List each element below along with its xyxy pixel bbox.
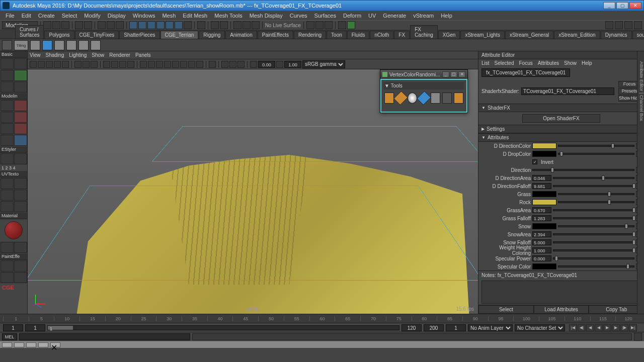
number-field[interactable]: 9.681 — [532, 183, 551, 189]
color-swatch[interactable] — [532, 223, 556, 229]
shelf-tab-active[interactable]: CGE_Terrian — [160, 31, 199, 39]
vp-menu-renderer[interactable]: Renderer — [109, 52, 130, 58]
range-out-field[interactable]: 120 — [401, 324, 422, 331]
shelf-tiling-button[interactable]: Tiling — [14, 40, 28, 50]
shelf-tab[interactable]: PaintEffects — [258, 31, 293, 39]
uv-2-icon[interactable] — [14, 178, 27, 189]
vp-btn-17[interactable] — [172, 61, 179, 68]
shelf-tab[interactable]: Curves / Surfaces — [15, 25, 44, 39]
open-scene-button[interactable] — [52, 21, 60, 29]
snap-view-button[interactable] — [175, 21, 183, 29]
menu-mesh[interactable]: Mesh — [158, 13, 179, 19]
float-tool-3-icon[interactable] — [408, 93, 417, 104]
poly-plane-icon[interactable] — [1, 123, 14, 134]
object-tab[interactable]: fx_TCoverage01_FX_TCoverage01 — [481, 68, 570, 77]
vp-menu-show[interactable]: Show — [92, 52, 104, 58]
float-tool-2-icon[interactable] — [393, 91, 408, 106]
toggle-5-button[interactable] — [347, 21, 355, 29]
poly-sphere-icon[interactable] — [14, 100, 27, 111]
number-field[interactable]: 1.283 — [532, 215, 551, 221]
menu-surfaces[interactable]: Surfaces — [311, 13, 340, 19]
vp-btn-22[interactable] — [221, 61, 228, 68]
attr-slider[interactable] — [558, 201, 634, 203]
shelf-tab[interactable]: Toon — [327, 31, 347, 39]
attr-slider[interactable] — [553, 217, 634, 219]
menu-uv[interactable]: UV — [365, 13, 379, 19]
vp-btn-2[interactable] — [38, 61, 45, 68]
taskbar-item-1[interactable] — [2, 342, 12, 347]
vp-btn-13[interactable] — [140, 61, 147, 68]
viewport-3d[interactable]: persp 15.6 fps VertexColorRandomi... _ ▢… — [28, 69, 478, 314]
float-tool-5-icon[interactable] — [431, 93, 440, 104]
attr-slider[interactable] — [553, 233, 634, 235]
shelf-tab[interactable]: Rigging — [199, 31, 225, 39]
rotate-tool-icon[interactable] — [14, 70, 27, 81]
ae-menu-attributes[interactable]: Attributes — [538, 60, 559, 66]
menu-windows[interactable]: Windows — [129, 13, 159, 19]
ae-menu-help[interactable]: Help — [582, 60, 592, 66]
color-swatch[interactable] — [532, 151, 556, 157]
attr-slider[interactable] — [553, 177, 634, 179]
attr-slider[interactable] — [558, 265, 634, 267]
menu-display[interactable]: Display — [104, 13, 129, 19]
lock-button[interactable] — [197, 21, 205, 29]
shelf-tab[interactable]: CGE_TinyFixes — [75, 31, 119, 39]
shelf-tab[interactable]: Fluids — [347, 31, 370, 39]
show-button[interactable]: Show — [618, 95, 629, 102]
layout-2-button[interactable] — [624, 21, 632, 29]
vp-menu-lighting[interactable]: Lighting — [69, 52, 87, 58]
select-tool-icon[interactable] — [1, 58, 14, 69]
toggle-2-button[interactable] — [315, 21, 324, 29]
range-end-field[interactable]: 200 — [424, 324, 444, 331]
vp-btn-26[interactable] — [276, 61, 283, 68]
time-slider[interactable]: 1510152025303540455055606570758085909510… — [0, 314, 644, 323]
attr-slider[interactable] — [553, 241, 634, 243]
shelf-diamond-1-icon[interactable] — [42, 40, 52, 50]
taskbar-item-3[interactable] — [26, 342, 36, 347]
current-frame-field[interactable]: 1 — [446, 324, 466, 331]
goto-start-button[interactable]: |◀ — [569, 324, 577, 331]
make-live-button[interactable] — [184, 21, 192, 29]
layout-3-button[interactable] — [634, 21, 642, 29]
uv-4-icon[interactable] — [14, 190, 27, 201]
script-mode-dropdown[interactable]: MEL — [2, 333, 17, 340]
color-swatch[interactable] — [532, 191, 556, 197]
poly-cube-icon[interactable] — [1, 100, 14, 111]
save-scene-button[interactable] — [61, 21, 69, 29]
attr-slider[interactable] — [553, 185, 634, 187]
vp-btn-21[interactable] — [209, 61, 216, 68]
poly-prism-icon[interactable] — [1, 135, 14, 146]
menu-file[interactable]: File — [2, 13, 18, 19]
paint-select-button[interactable] — [116, 21, 124, 29]
scale-tool-icon[interactable] — [1, 81, 14, 93]
vp-btn-10[interactable] — [111, 61, 118, 68]
attr-slider[interactable] — [558, 153, 634, 155]
account-icon[interactable] — [605, 21, 613, 29]
attr-slider[interactable] — [553, 257, 634, 259]
vp-btn-3[interactable] — [46, 61, 53, 68]
command-input[interactable] — [19, 333, 190, 340]
snap-grid-button[interactable] — [129, 21, 137, 29]
menu-create[interactable]: Create — [35, 13, 58, 19]
vp-btn-9[interactable] — [103, 61, 110, 68]
step-forward-button[interactable]: ▶ — [612, 324, 620, 331]
shelf-tab[interactable]: FX Caching — [410, 25, 438, 39]
play-forward-button[interactable]: ▶ — [603, 324, 611, 331]
shelf-tab[interactable]: nCloth — [370, 31, 393, 39]
uv-5-icon[interactable] — [1, 201, 14, 212]
toggle-4-button[interactable] — [338, 21, 346, 29]
close-button[interactable]: ✕ — [629, 2, 641, 9]
attr-slider[interactable] — [558, 193, 634, 195]
snap-plane-button[interactable] — [156, 21, 165, 29]
shelf-tab[interactable]: FX — [394, 31, 410, 39]
attr-slider[interactable] — [532, 169, 634, 171]
undo-button[interactable] — [75, 21, 83, 29]
attr-slider[interactable] — [553, 249, 634, 251]
shelf-tab[interactable]: xStream_Lights — [460, 31, 504, 39]
menu-meshdisplay[interactable]: Mesh Display — [246, 13, 286, 19]
history-off-button[interactable] — [220, 21, 228, 29]
vp-exposure-field[interactable]: 0.00 — [258, 61, 275, 68]
redo-button[interactable] — [84, 21, 92, 29]
attr-slider[interactable] — [558, 225, 634, 227]
float-tool-1-icon[interactable] — [384, 93, 394, 104]
